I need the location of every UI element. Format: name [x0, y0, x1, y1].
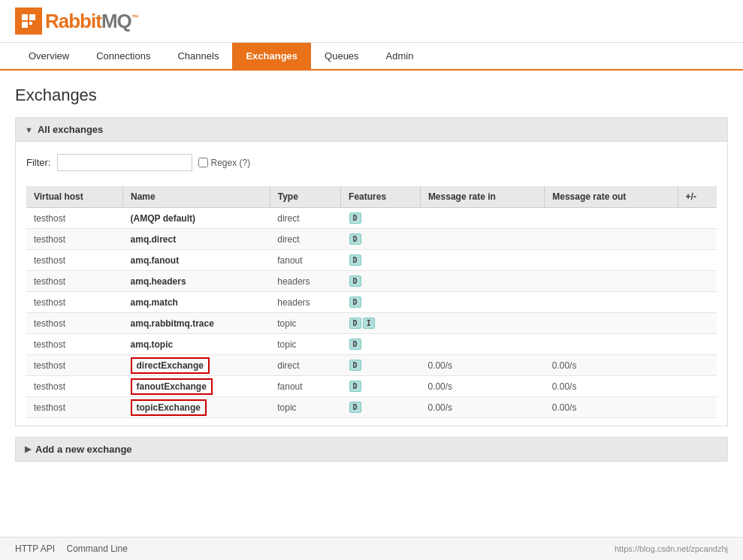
nav-channels[interactable]: Channels [164, 43, 232, 69]
svg-rect-0 [22, 14, 28, 20]
table-row: testhosttopicExchangetopicD0.00/s0.00/s [26, 397, 717, 418]
add-exchange-label: Add a new exchange [35, 444, 132, 455]
main-content: Exchanges ▼ All exchanges Filter: Regex … [0, 71, 743, 477]
table-row: testhostdirectExchangedirectD0.00/s0.00/… [26, 355, 717, 376]
cell-features: D [341, 229, 421, 250]
filter-label: Filter: [26, 157, 51, 168]
cell-name: (AMQP default) [123, 208, 270, 229]
cell-rate-out: 0.00/s [545, 355, 678, 376]
cell-type: topic [270, 397, 340, 418]
nav-exchanges[interactable]: Exchanges [232, 43, 311, 69]
cell-rate-out [545, 334, 678, 355]
cell-vhost: testhost [26, 397, 123, 418]
cell-action [678, 334, 717, 355]
cell-name[interactable]: topicExchange [123, 397, 270, 418]
table-row: testhostamq.matchheadersD [26, 292, 717, 313]
table-row: testhostamq.rabbitmq.tracetopicDI [26, 313, 717, 334]
col-features: Features [341, 186, 421, 208]
nav-overview[interactable]: Overview [15, 43, 83, 69]
regex-container: Regex (?) [198, 158, 251, 168]
cell-rate-in [420, 271, 544, 292]
cell-rate-in: 0.00/s [420, 397, 544, 418]
cell-rate-in [420, 208, 544, 229]
durable-badge: D [349, 318, 361, 329]
durable-badge: D [349, 212, 361, 224]
cell-action [678, 208, 717, 229]
add-exchange-header[interactable]: ▶ Add a new exchange [15, 437, 728, 462]
durable-badge: D [349, 254, 361, 266]
cell-vhost: testhost [26, 376, 123, 397]
header: RabbitMQ™ [0, 0, 743, 43]
cell-vhost: testhost [26, 208, 123, 229]
cell-name: amq.match [123, 292, 270, 313]
col-name: Name [123, 186, 270, 208]
logo-tm: ™ [131, 14, 138, 22]
cell-action [678, 250, 717, 271]
nav-admin[interactable]: Admin [373, 43, 427, 69]
cell-name: amq.headers [123, 271, 270, 292]
add-arrow-icon: ▶ [25, 444, 31, 454]
cell-rate-out [545, 229, 678, 250]
all-exchanges-header[interactable]: ▼ All exchanges [16, 118, 727, 141]
cell-name: amq.rabbitmq.trace [123, 313, 270, 334]
cell-features: D [341, 376, 421, 397]
add-exchange-section: ▶ Add a new exchange [15, 437, 728, 462]
table-row: testhost(AMQP default)directD [26, 208, 717, 229]
filter-input[interactable] [57, 154, 192, 171]
cell-action [678, 229, 717, 250]
cell-action [678, 355, 717, 376]
cell-features: D [341, 250, 421, 271]
cell-rate-in [420, 313, 544, 334]
cell-action [678, 397, 717, 418]
col-rate-in: Message rate in [420, 186, 544, 208]
durable-badge: D [349, 297, 361, 308]
cell-action [678, 313, 717, 334]
cell-rate-in [420, 229, 544, 250]
page-title: Exchanges [15, 86, 728, 105]
table-row: testhostamq.topictopicD [26, 334, 717, 355]
cell-action [678, 376, 717, 397]
table-row: testhostfanoutExchangefanoutD0.00/s0.00/… [26, 376, 717, 397]
internal-badge: I [363, 318, 375, 329]
durable-badge: D [349, 275, 361, 287]
cell-vhost: testhost [26, 292, 123, 313]
all-exchanges-label: All exchanges [38, 124, 103, 135]
cell-name: amq.fanout [123, 250, 270, 271]
cell-features: D [341, 271, 421, 292]
col-type: Type [270, 186, 340, 208]
svg-rect-1 [29, 14, 35, 20]
cell-name[interactable]: fanoutExchange [123, 376, 270, 397]
cell-name[interactable]: directExchange [123, 355, 270, 376]
cell-type: direct [270, 229, 340, 250]
logo: RabbitMQ™ [15, 8, 138, 35]
cell-rate-in: 0.00/s [420, 355, 544, 376]
svg-rect-3 [29, 22, 32, 25]
cell-rate-out [545, 271, 678, 292]
durable-badge: D [349, 360, 361, 371]
all-exchanges-body: Filter: Regex (?) Virtual host Name Type… [16, 141, 727, 426]
cell-features: DI [341, 313, 421, 334]
cell-features: D [341, 355, 421, 376]
nav-connections[interactable]: Connections [83, 43, 164, 69]
cell-type: headers [270, 292, 340, 313]
cell-rate-out [545, 208, 678, 229]
cell-action [678, 271, 717, 292]
main-nav: Overview Connections Channels Exchanges … [0, 43, 743, 71]
col-actions: +/- [678, 186, 717, 208]
cell-rate-out [545, 292, 678, 313]
regex-label: Regex (?) [211, 158, 251, 168]
cell-vhost: testhost [26, 334, 123, 355]
cell-rate-in [420, 292, 544, 313]
cell-rate-out [545, 313, 678, 334]
durable-badge: D [349, 402, 361, 413]
table-header-row: Virtual host Name Type Features Message … [26, 186, 717, 208]
nav-queues[interactable]: Queues [311, 43, 373, 69]
all-exchanges-panel: ▼ All exchanges Filter: Regex (?) Virtua… [15, 117, 728, 426]
filter-row: Filter: Regex (?) [26, 149, 717, 176]
cell-features: D [341, 397, 421, 418]
table-row: testhostamq.headersheadersD [26, 271, 717, 292]
cell-action [678, 292, 717, 313]
cell-vhost: testhost [26, 229, 123, 250]
regex-checkbox[interactable] [198, 158, 208, 167]
exchanges-table: Virtual host Name Type Features Message … [26, 186, 717, 418]
